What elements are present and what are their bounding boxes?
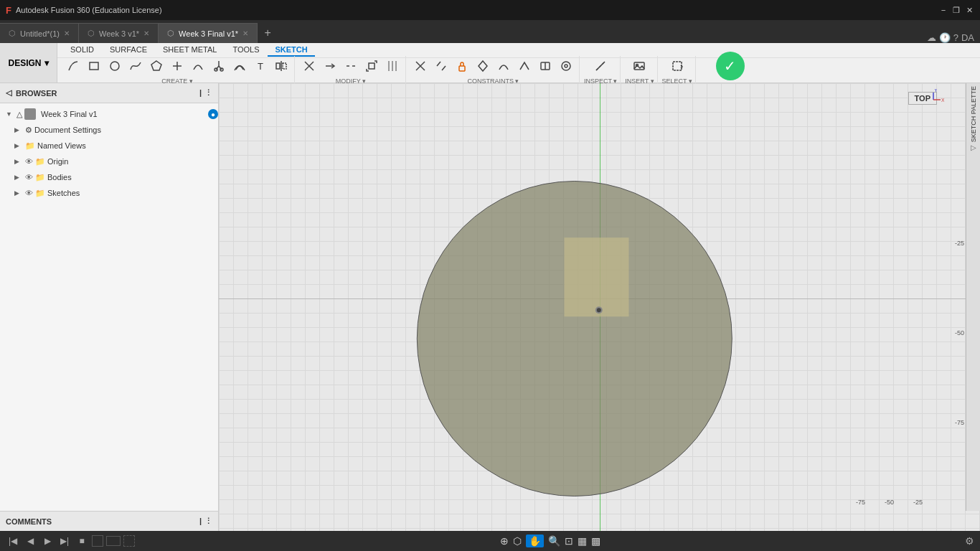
nav-prev-button[interactable]: ◀ — [23, 534, 37, 548]
comments-expand-icon[interactable]: ⋮ — [204, 517, 212, 526]
close-button[interactable]: ✕ — [964, 5, 974, 15]
tab-icon: ⬡ — [88, 29, 95, 38]
svg-rect-26 — [459, 66, 465, 71]
design-button[interactable]: DESIGN ▾ — [0, 43, 57, 83]
browser-expand-icon[interactable]: ⋮ — [204, 88, 212, 98]
inspect-group: INSPECT ▾ — [581, 56, 621, 85]
comments-panel: COMMENTS | ⋮ — [0, 511, 218, 531]
folder-icon: 📁 — [35, 157, 45, 166]
comments-pin-icon[interactable]: | — [199, 517, 202, 526]
rectangle-tool[interactable] — [84, 56, 104, 76]
text-tool[interactable]: T — [250, 56, 270, 76]
create-group: T CREATE ▾ — [60, 56, 295, 85]
extend-tool[interactable] — [320, 56, 340, 76]
nav-rect-icon — [106, 536, 121, 546]
insert-image-tool[interactable] — [629, 56, 649, 76]
title-bar-controls[interactable]: − ❐ ✕ — [938, 5, 974, 15]
midpoint-tool[interactable] — [514, 56, 534, 76]
hand-tool-icon[interactable]: ✋ — [526, 534, 544, 547]
collinear-tool[interactable] — [431, 56, 451, 76]
circle-tool[interactable] — [105, 56, 125, 76]
polygon-tool[interactable] — [146, 56, 166, 76]
tab-week3v1[interactable]: ⬡ Week 3 v1* ✕ — [79, 23, 159, 43]
restore-button[interactable]: ❐ — [951, 5, 961, 15]
coincident-tool[interactable] — [410, 56, 430, 76]
fix-tool[interactable] — [556, 56, 576, 76]
circle-center — [595, 306, 602, 314]
trim-tool[interactable] — [299, 56, 319, 76]
offset-tool[interactable] — [230, 56, 250, 76]
equal-tool[interactable] — [473, 56, 493, 76]
arc-tool[interactable] — [188, 56, 208, 76]
svg-text:X: X — [941, 98, 944, 103]
sketch-circle — [416, 181, 732, 496]
mirror-tool[interactable] — [271, 56, 291, 76]
tree-item-origin[interactable]: ▶ 👁 📁 Origin — [0, 154, 218, 169]
tab-close-untitled[interactable]: ✕ — [64, 29, 70, 37]
eye-icon[interactable]: 👁 — [25, 157, 33, 166]
document-icon — [24, 108, 36, 120]
display-icon[interactable]: ⊡ — [565, 535, 573, 547]
lock-tool[interactable] — [452, 56, 472, 76]
tab-surface[interactable]: SURFACE — [103, 44, 154, 57]
tree-item-named-views[interactable]: ▶ 📁 Named Views — [0, 138, 218, 154]
tab-untitled[interactable]: ⬡ Untitled*(1) ✕ — [0, 23, 79, 43]
status-bar: |◀ ◀ ▶ ▶| ■ ⊕ ⬡ ✋ 🔍 ⊡ ▦ ▩ ⚙ — [0, 531, 980, 551]
browser-header: ◁ BROWSER | ⋮ — [0, 83, 218, 103]
tree-item-sketches[interactable]: ▶ 👁 📁 Sketches — [0, 185, 218, 201]
tab-tools[interactable]: TOOLS — [225, 44, 266, 57]
tangent-tool[interactable] — [494, 56, 514, 76]
settings-icon[interactable]: ⚙ — [965, 535, 974, 547]
scissors-tool[interactable] — [209, 56, 229, 76]
tab-icon: ⬡ — [9, 29, 16, 38]
tab-close-week3final[interactable]: ✕ — [242, 29, 248, 37]
select-tool[interactable] — [667, 56, 687, 76]
tab-close-week3v1[interactable]: ✕ — [143, 29, 149, 37]
browser-collapse-icon[interactable]: ◁ — [6, 88, 11, 98]
tree-item-doc-settings[interactable]: ▶ ⚙ Document Settings — [0, 122, 218, 138]
tree-item-bodies[interactable]: ▶ 👁 📁 Bodies — [0, 169, 218, 185]
hatch-tool[interactable] — [382, 56, 402, 76]
straight-line-tool[interactable] — [167, 56, 187, 76]
nav-frame-icon — [92, 535, 103, 547]
chevron-right-icon: ▶ — [14, 174, 23, 181]
line-tool[interactable] — [63, 56, 83, 76]
select-group: SELECT ▾ — [659, 56, 696, 85]
scale-tool[interactable] — [362, 56, 382, 76]
dim-label-50: -50 — [955, 329, 964, 336]
nav-play-button[interactable]: ▶ — [40, 534, 55, 548]
symmetric-tool[interactable] — [535, 56, 555, 76]
pan-tool-icon[interactable]: ⊕ — [500, 535, 509, 547]
nav-first-button[interactable]: |◀ — [6, 534, 20, 548]
dim-label-25: -25 — [955, 240, 964, 247]
eye-icon[interactable]: 👁 — [25, 173, 33, 182]
svg-rect-12 — [283, 63, 286, 69]
layout-icon[interactable]: ▩ — [591, 535, 600, 547]
new-tab-button[interactable]: + — [258, 23, 278, 43]
tree-item-root[interactable]: ▼ △ Week 3 Final v1 ● — [0, 106, 218, 122]
measure-tool[interactable] — [590, 56, 611, 76]
sketch-palette-expand-icon[interactable]: ▷ — [971, 143, 976, 151]
break-tool[interactable] — [341, 56, 361, 76]
canvas[interactable]: TOP Y X -25 -50 -75 -25 -50 -75 SKETCH P… — [219, 83, 980, 531]
nav-next-button[interactable]: ▶| — [57, 534, 72, 548]
browser-pin-icon[interactable]: | — [199, 88, 202, 98]
design-chevron-icon: ▾ — [44, 58, 49, 68]
toolbar-tabs: SOLID SURFACE SHEET METAL TOOLS SKETCH — [57, 43, 980, 83]
minimize-button[interactable]: − — [938, 5, 948, 15]
zoom-icon[interactable]: 🔍 — [548, 535, 560, 547]
nav-stop-button[interactable]: ■ — [75, 534, 89, 548]
svg-point-30 — [562, 62, 570, 70]
tab-solid[interactable]: SOLID — [63, 44, 101, 57]
spline-tool[interactable] — [126, 56, 146, 76]
tab-week3final[interactable]: ⬡ Week 3 Final v1* ✕ — [159, 23, 258, 43]
svg-marker-2 — [151, 61, 161, 70]
svg-line-35 — [602, 62, 604, 65]
finish-sketch-button[interactable]: ✓ — [716, 52, 745, 80]
tab-sketch[interactable]: SKETCH — [268, 44, 314, 57]
tab-sheet-metal[interactable]: SHEET METAL — [156, 44, 224, 57]
orbit-icon[interactable]: ⬡ — [513, 535, 522, 547]
grid-icon[interactable]: ▦ — [578, 535, 587, 547]
eye-icon[interactable]: 👁 — [25, 189, 33, 197]
sketch-palette-label: SKETCH PALETTE — [970, 86, 977, 142]
